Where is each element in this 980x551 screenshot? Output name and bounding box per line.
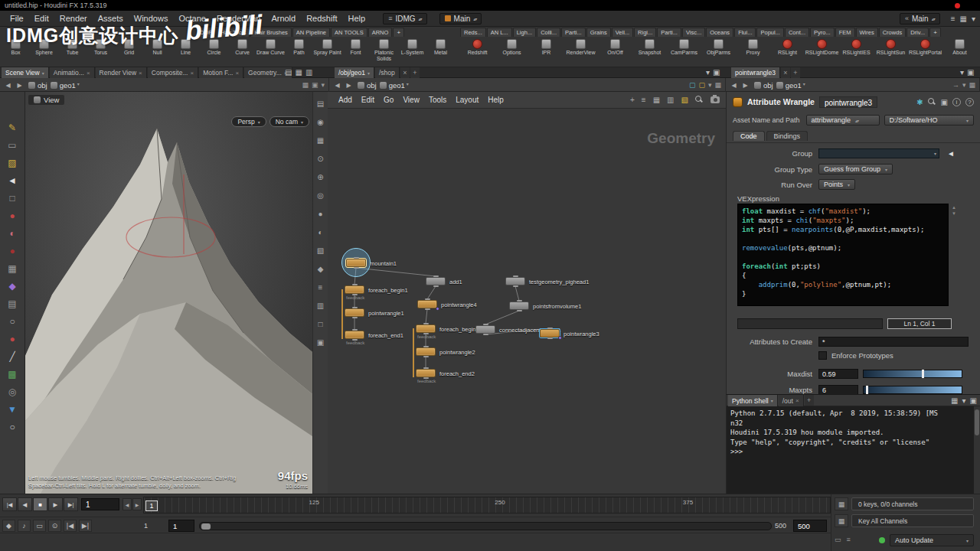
shelf-tab-fem[interactable]: FEM [835, 28, 855, 37]
scroll-down-icon[interactable]: ▼ [952, 211, 956, 216]
uv-tool-icon[interactable]: ▩ [5, 369, 20, 380]
shelf-tab-visc[interactable]: Visc... [682, 28, 705, 37]
gear-menu-icon[interactable]: ✱ [916, 98, 923, 106]
chevron-down-icon[interactable]: ▾ [368, 70, 370, 76]
grid-view-icon[interactable]: ▦ [653, 96, 660, 104]
flipbook-icon[interactable]: ▭ [33, 520, 46, 532]
circle-tool-icon[interactable]: ○ [5, 316, 20, 327]
shelf-tool-metal[interactable]: Metal [426, 37, 455, 67]
layout-menu-icon[interactable]: ≡ [951, 15, 956, 23]
path-segment-obj[interactable]: obj [356, 81, 378, 90]
shelf-tab-wires[interactable]: Wires [856, 28, 878, 37]
shelf-tab-crowds[interactable]: Crowds [879, 28, 906, 37]
node-pointwrangle2[interactable]: pointwrangle2 [416, 347, 436, 356]
auto-update-dropdown[interactable]: Auto Update ▾ [890, 534, 974, 546]
path-segment-obj[interactable]: obj [753, 81, 775, 90]
chevron-down-icon[interactable]: ▾ [962, 396, 966, 405]
shelf-tool-line[interactable]: Line [172, 37, 200, 67]
shelf-tab-dop[interactable]: DOP [196, 28, 216, 37]
asset-name-dropdown[interactable]: attribwrangle ▴▾ [806, 115, 880, 126]
desktop-selector[interactable]: ≡ IDMG ▴▾ [383, 13, 426, 24]
node-add1[interactable]: add1 [426, 277, 446, 285]
step-forward-icon[interactable]: ▶| [79, 520, 92, 532]
snap-icon[interactable]: ◆ [318, 265, 324, 273]
knife-tool-icon[interactable]: ╱ [5, 351, 20, 362]
slider-handle[interactable] [866, 386, 868, 394]
chevron-down-icon[interactable]: ▾ [407, 81, 409, 90]
shelf-tool-tube[interactable]: Tube [58, 37, 87, 67]
shelf-tab-add-button[interactable]: + [393, 28, 404, 37]
color-palette-icon[interactable]: ▧ [681, 96, 688, 104]
shelf-tool-draw-curve[interactable]: Draw Curve [256, 37, 285, 67]
search-icon[interactable] [695, 96, 704, 104]
recent-node-icon[interactable]: ▢ [689, 81, 696, 89]
shelf-tab-an-l[interactable]: AN L... [487, 28, 512, 37]
network-menu-layout[interactable]: Layout [451, 96, 483, 104]
menu-windows[interactable]: Windows [129, 14, 174, 23]
maximize-pane-icon[interactable]: ▣ [713, 68, 720, 77]
shelf-tool-rslightdome[interactable]: RSLightDome [805, 37, 839, 67]
grid-tool-icon[interactable]: ▦ [5, 263, 20, 274]
shelf-tab-ligh[interactable]: Ligh... [513, 28, 536, 37]
select-tool-icon[interactable]: ◄ [5, 175, 20, 186]
chevron-down-icon[interactable]: ▾ [803, 81, 805, 90]
shelf-tab-grains[interactable]: Grains [586, 28, 611, 37]
dopnet-tool-icon[interactable]: ▭ [5, 140, 20, 151]
keys-scope-icon[interactable]: ▦ [835, 497, 848, 510]
range-slider-handle[interactable] [201, 523, 211, 530]
maximize-pane-icon[interactable]: ▣ [967, 68, 974, 77]
shelf-tool-redshift[interactable]: Redshift [460, 37, 495, 67]
menu-help[interactable]: Help [343, 14, 371, 23]
shelf-tab-driv[interactable]: Driv... [906, 28, 929, 37]
shelf-tab-an-tools[interactable]: AN TOOLS [331, 28, 368, 37]
measure-icon[interactable]: ≡ [318, 283, 323, 292]
param-tab-bindings[interactable]: Bindings [766, 131, 808, 141]
lighting-icon[interactable]: ◐ [318, 228, 322, 236]
playback-range-slider[interactable] [199, 522, 772, 530]
node-pointwrangle3[interactable]: pointwrangle3 [540, 329, 560, 337]
node-mountain1[interactable]: mountain1 [346, 259, 366, 267]
shelf-tool-torus[interactable]: Torus [87, 37, 115, 67]
range-end-input[interactable]: 500 [793, 520, 827, 532]
forward-arrow-icon[interactable]: ▶ [15, 82, 24, 89]
close-tab-icon[interactable]: × [400, 67, 410, 78]
slider-handle[interactable] [922, 370, 924, 378]
timeline-ruler[interactable]: 1 125250375 [143, 497, 831, 514]
right-desktop-selector[interactable]: « Main ▴▾ [900, 13, 940, 24]
menu-renderman[interactable]: RenderMan [211, 14, 266, 23]
pane-tab-obj-geo1[interactable]: /obj/geo1▾ [335, 67, 374, 78]
stop-button[interactable]: ■ [33, 497, 47, 511]
search-icon[interactable] [928, 98, 936, 106]
view-layout-icon[interactable]: ▤ [317, 99, 324, 108]
menu-edit[interactable]: Edit [29, 14, 54, 23]
shelf-tool-null[interactable]: Null [143, 37, 172, 67]
shelf-tool-path[interactable]: Path [285, 37, 313, 67]
shelf-tool-rslight[interactable]: RSLight [770, 37, 805, 67]
add-node-icon[interactable]: + [630, 96, 635, 104]
close-icon[interactable]: × [139, 70, 142, 77]
chevron-down-icon[interactable]: ▾ [321, 81, 325, 89]
shelf-tab-arno[interactable]: ARNO [368, 28, 393, 37]
shelf-tool-rslightsun[interactable]: RSLightSun [874, 37, 908, 67]
grid-toggle-icon[interactable]: ▧ [317, 246, 324, 255]
maxpts-input[interactable]: 6 [818, 385, 858, 394]
node-testgeometry-pighead1[interactable]: testgeometry_pighead1 [505, 277, 525, 285]
star-tool-icon[interactable]: ◆ [5, 281, 20, 292]
node-pointsfromvolume1[interactable]: pointsfromvolume1 [509, 302, 529, 310]
play-reverse-button[interactable]: ◀ [18, 497, 32, 511]
split-icon[interactable]: ▦ [969, 81, 975, 89]
display-options-icon[interactable]: □ [318, 320, 322, 328]
merge-tool-icon[interactable]: ▤ [5, 298, 20, 309]
options-icon[interactable]: ≡ [847, 536, 851, 543]
help-icon[interactable]: ? [965, 98, 974, 106]
pin-icon[interactable]: ▣ [312, 81, 318, 89]
pane-tab-python-shell[interactable]: Python Shell▾ [728, 395, 778, 406]
shelf-tool-box[interactable]: Box [2, 37, 30, 67]
attributes-input[interactable]: * [818, 337, 969, 347]
menu-octane[interactable]: Octane [173, 14, 211, 23]
shelf-tool-grid[interactable]: Grid [115, 37, 143, 67]
node-connectadjacentpieces1[interactable]: connectadjacentpieces1 [475, 325, 495, 334]
shelf-tool-about[interactable]: About [942, 37, 977, 67]
menu-arnold[interactable]: Arnold [266, 14, 301, 23]
network-menu-go[interactable]: Go [379, 96, 398, 104]
